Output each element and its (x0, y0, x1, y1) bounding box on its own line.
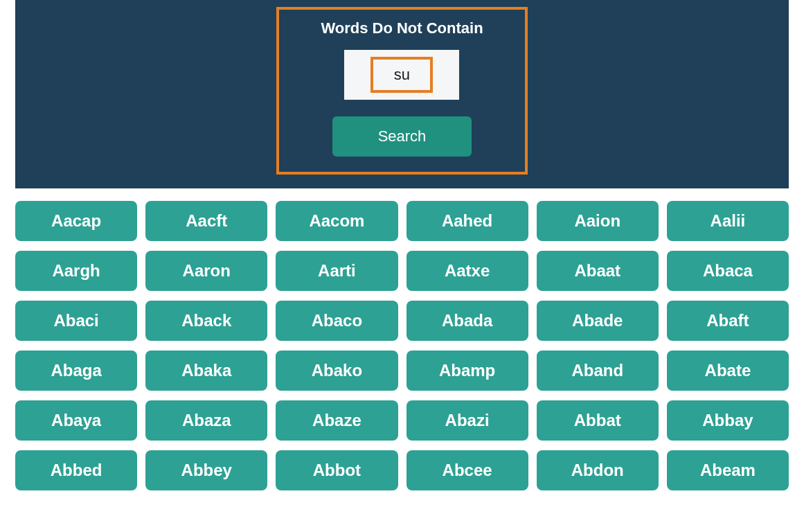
words-grid: AacapAacftAacomAahedAaionAaliiAarghAaron… (15, 201, 789, 490)
word-item[interactable]: Aaron (145, 251, 267, 291)
word-item[interactable]: Abaze (276, 400, 397, 441)
word-item[interactable]: Abcee (407, 450, 528, 490)
word-item[interactable]: Abbay (667, 400, 789, 441)
search-input[interactable]: su (370, 57, 433, 93)
word-item[interactable]: Abbot (276, 450, 397, 490)
word-item[interactable]: Abako (276, 351, 397, 391)
word-item[interactable]: Abaya (15, 400, 137, 441)
word-item[interactable]: Aaion (537, 201, 659, 241)
word-item[interactable]: Abaga (15, 351, 137, 391)
word-item[interactable]: Abaca (667, 251, 789, 291)
word-item[interactable]: Abaza (145, 400, 267, 441)
word-item[interactable]: Abate (667, 351, 789, 391)
word-item[interactable]: Abazi (407, 400, 528, 441)
word-item[interactable]: Aband (537, 351, 659, 391)
word-item[interactable]: Abamp (407, 351, 528, 391)
word-item[interactable]: Abaft (667, 301, 789, 341)
word-item[interactable]: Aacap (15, 201, 137, 241)
word-item[interactable]: Aalii (667, 201, 789, 241)
word-item[interactable]: Aback (145, 301, 267, 341)
word-item[interactable]: Aahed (407, 201, 528, 241)
search-button[interactable]: Search (332, 116, 472, 157)
word-item[interactable]: Aarti (276, 251, 397, 291)
word-item[interactable]: Abaat (537, 251, 659, 291)
word-item[interactable]: Abaka (145, 351, 267, 391)
search-title: Words Do Not Contain (321, 19, 483, 37)
word-item[interactable]: Abeam (667, 450, 789, 490)
word-item[interactable]: Abbed (15, 450, 137, 490)
word-item[interactable]: Abdon (537, 450, 659, 490)
word-item[interactable]: Aacft (145, 201, 267, 241)
word-item[interactable]: Abbat (537, 400, 659, 441)
word-item[interactable]: Aacom (276, 201, 397, 241)
word-item[interactable]: Aatxe (407, 251, 528, 291)
search-box: Words Do Not Contain su Search (276, 7, 527, 175)
word-item[interactable]: Abbey (145, 450, 267, 490)
search-input-wrapper: su (344, 50, 459, 100)
word-item[interactable]: Abaco (276, 301, 397, 341)
word-item[interactable]: Aargh (15, 251, 137, 291)
search-panel: Words Do Not Contain su Search (15, 0, 789, 188)
word-item[interactable]: Abada (407, 301, 528, 341)
word-item[interactable]: Abade (537, 301, 659, 341)
word-item[interactable]: Abaci (15, 301, 137, 341)
